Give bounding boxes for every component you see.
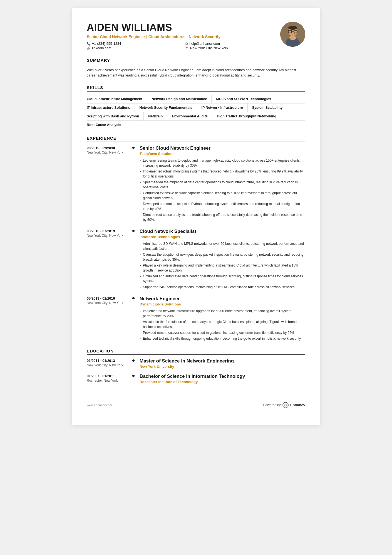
candidate-name: AIDEN WILLIAMS [87, 22, 275, 33]
exp-company-1: Innoforce Technologies [140, 235, 305, 239]
bullet-item: Played a key role in designing and imple… [140, 263, 305, 273]
bullet-item: Directed root cause analysis and trouble… [140, 212, 305, 222]
skill-item: Network Design and Maintenance [147, 95, 212, 103]
bullet-item: Supported 24/7 service operations, maint… [140, 285, 305, 290]
bullet-item: Developed automation scripts in Python, … [140, 201, 305, 211]
summary-title: SUMMARY [87, 58, 305, 64]
exp-dates-2: 05/2013 - 02/2016 [87, 296, 131, 300]
phone-value: +1-(234)-555-1234 [92, 42, 121, 46]
skills-row-2: Scripting with Bash and Python NetBrain … [87, 112, 305, 121]
edu-timeline-1 [131, 374, 136, 384]
exp-role-0: Senior Cloud Network Engineer [140, 145, 305, 151]
skills-section: SKILLS Cloud Infrastructure Management N… [87, 85, 305, 129]
edu-timeline-0 [131, 358, 136, 369]
exp-role-2: Network Engineer [140, 296, 305, 302]
edu-entry-1: 01/2007 - 01/2011 Rochester, New York Ba… [87, 374, 305, 384]
contact-phone: 📞 +1-(234)-555-1234 [87, 42, 177, 46]
exp-role-1: Cloud Network Specialist [140, 229, 305, 234]
edu-date-col-1: 01/2007 - 01/2011 Rochester, New York [87, 374, 131, 384]
contact-location: 📍 New York City, New York [185, 46, 275, 50]
enhancv-logo-icon [282, 402, 289, 408]
education-section: EDUCATION 01/2011 - 01/2013 New York Cit… [87, 349, 305, 384]
experience-title: EXPERIENCE [87, 136, 305, 142]
edu-school-1: Rochester Institute of Technology [140, 380, 305, 384]
skill-item: System Scalability [248, 103, 287, 112]
skill-item: IT Infrastructure Solutions [87, 103, 135, 112]
exp-dates-1: 03/2016 - 07/2019 [87, 229, 131, 233]
skill-item: NetBrain [144, 112, 167, 120]
bullet-item: Implemented robust monitoring systems th… [140, 169, 305, 179]
bullet-item: Provided remote cutover support for clou… [140, 330, 305, 335]
skills-row-3: Root Cause Analysis [87, 121, 305, 129]
exp-location-1: New York City, New York [87, 234, 131, 238]
summary-section: SUMMARY With over 5 years of experience … [87, 58, 305, 78]
summary-text: With over 5 years of experience as a Sen… [87, 68, 305, 78]
skill-item: Network Security Fundamentals [135, 103, 197, 112]
skills-grid: Cloud Infrastructure Management Network … [87, 95, 305, 129]
timeline-dot-1 [132, 230, 135, 232]
avatar-image [280, 22, 305, 47]
timeline-0 [131, 145, 136, 223]
edu-entry-0: 01/2011 - 01/2013 New York City, New Yor… [87, 358, 305, 369]
exp-date-col-1: 03/2016 - 07/2019 New York City, New Yor… [87, 229, 131, 290]
skill-item: MPLS and SD-WAN Technologies [212, 95, 276, 103]
location-icon: 📍 [185, 46, 189, 50]
phone-icon: 📞 [87, 42, 91, 46]
email-icon: @ [185, 42, 188, 45]
page-footer: www.enhancv.com Powered by Enhancv [87, 398, 305, 408]
bullet-item: Administered SD-WAN and MPLS networks fo… [140, 241, 305, 251]
edu-degree-1: Bachelor of Science in Information Techn… [140, 374, 305, 379]
exp-bullets-1: Administered SD-WAN and MPLS networks fo… [140, 241, 305, 290]
bullet-item: Conducted extensive network capacity pla… [140, 191, 305, 201]
svg-point-7 [288, 26, 297, 30]
bullet-item: Spearheaded the migration of data center… [140, 180, 305, 190]
exp-entry-1: 03/2016 - 07/2019 New York City, New Yor… [87, 229, 305, 290]
bullet-item: Oversaw the adoption of next-gen, deep p… [140, 252, 305, 262]
edu-dot-0 [132, 359, 135, 362]
edu-dates-0: 01/2011 - 01/2013 [87, 358, 131, 363]
contact-linkedin: 🔗 linkedin.com [87, 46, 177, 50]
edu-content-0: Master of Science in Network Engineering… [136, 358, 305, 369]
exp-company-0: TechWave Solutions [140, 152, 305, 156]
edu-degree-0: Master of Science in Network Engineering [140, 358, 305, 364]
contact-grid: 📞 +1-(234)-555-1234 @ help@enhancv.com 🔗… [87, 42, 275, 50]
exp-location-0: New York City, New York [87, 151, 131, 154]
email-value: help@enhancv.com [189, 42, 220, 46]
experience-section: EXPERIENCE 08/2019 - Present New York Ci… [87, 136, 305, 342]
exp-location-2: New York City, New York [87, 301, 131, 305]
exp-dates-0: 08/2019 - Present [87, 145, 131, 150]
svg-point-9 [289, 36, 296, 40]
candidate-tagline: Senior Cloud Network Engineer | Cloud Ar… [87, 34, 275, 39]
skills-title: SKILLS [87, 85, 305, 92]
exp-entry-0: 08/2019 - Present New York City, New Yor… [87, 145, 305, 223]
timeline-1 [131, 229, 136, 290]
timeline-dot-2 [132, 297, 135, 299]
footer-brand: Powered by Enhancv [263, 402, 305, 408]
bullet-item: Assisted in the formulation of the compa… [140, 319, 305, 329]
skill-item: Root Cause Analysis [87, 121, 126, 129]
bullet-item: Led engineering teams to deploy and mana… [140, 158, 305, 168]
edu-location-1: Rochester, New York [87, 379, 131, 383]
contact-email: @ help@enhancv.com [185, 42, 275, 46]
location-value: New York City, New York [190, 46, 228, 50]
skill-item: Cloud Infrastructure Management [87, 95, 147, 103]
skills-row-0: Cloud Infrastructure Management Network … [87, 95, 305, 103]
exp-bullets-2: Implemented network infrastructure upgra… [140, 309, 305, 341]
exp-date-col-0: 08/2019 - Present New York City, New Yor… [87, 145, 131, 223]
linkedin-icon: 🔗 [87, 46, 91, 50]
education-title: EDUCATION [87, 349, 305, 355]
edu-dot-1 [132, 375, 135, 377]
skill-item: Scripting with Bash and Python [87, 112, 144, 120]
resume-page: AIDEN WILLIAMS Senior Cloud Network Engi… [72, 8, 320, 425]
svg-point-10 [283, 402, 288, 408]
edu-location-0: New York City, New York [87, 363, 131, 367]
timeline-2 [131, 296, 136, 342]
timeline-dot-0 [132, 147, 135, 149]
footer-url: www.enhancv.com [87, 403, 112, 407]
bullet-item: Optimized and automated data center oper… [140, 274, 305, 284]
edu-date-col-0: 01/2011 - 01/2013 New York City, New Yor… [87, 358, 131, 369]
powered-by-label: Powered by [263, 403, 281, 407]
edu-content-1: Bachelor of Science in Information Techn… [136, 374, 305, 384]
header: AIDEN WILLIAMS Senior Cloud Network Engi… [87, 22, 305, 50]
enhancv-brand-name: Enhancv [290, 403, 305, 407]
